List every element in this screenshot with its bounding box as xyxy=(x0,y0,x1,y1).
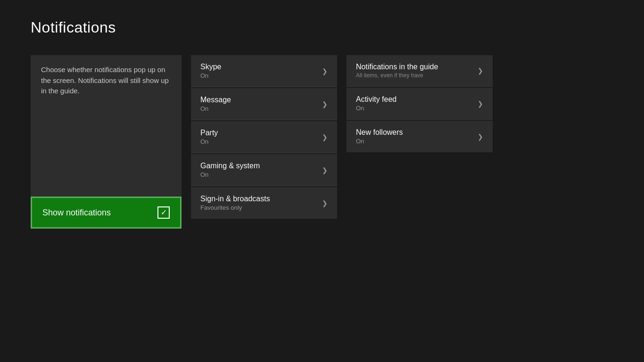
description-text: Choose whether notifications pop up on t… xyxy=(41,65,171,97)
chevron-icon-middle-4: ❯ xyxy=(322,199,328,207)
chevron-icon-right-2: ❯ xyxy=(478,133,483,140)
right-item-content-0: Notifications in the guide All items, ev… xyxy=(356,63,438,79)
middle-item-title-1: Message xyxy=(200,96,231,104)
chevron-icon-middle-2: ❯ xyxy=(322,133,328,141)
right-item-0[interactable]: Notifications in the guide All items, ev… xyxy=(347,55,493,87)
middle-item-title-2: Party xyxy=(200,129,218,137)
middle-item-title-0: Skype xyxy=(200,63,221,71)
chevron-icon-right-0: ❯ xyxy=(478,67,483,74)
chevron-icon-right-1: ❯ xyxy=(478,100,483,107)
right-item-title-0: Notifications in the guide xyxy=(356,63,438,71)
middle-item-title-3: Gaming & system xyxy=(200,162,260,170)
middle-item-title-4: Sign-in & broadcasts xyxy=(200,195,270,203)
right-item-title-1: Activity feed xyxy=(356,95,396,104)
middle-item-value-2: On xyxy=(200,138,218,145)
middle-item-content-1: Message On xyxy=(200,96,231,112)
middle-item-1[interactable]: Message On ❯ xyxy=(191,88,337,120)
middle-item-value-3: On xyxy=(200,171,260,178)
right-item-2[interactable]: New followers On ❯ xyxy=(347,121,493,152)
middle-item-content-3: Gaming & system On xyxy=(200,162,260,178)
content-area: Choose whether notifications pop up on t… xyxy=(31,55,613,229)
right-item-content-1: Activity feed On xyxy=(356,95,396,112)
checkbox-icon: ✓ xyxy=(157,206,170,219)
middle-item-value-4: Favourites only xyxy=(200,204,270,211)
page-container: Notifications Choose whether notificatio… xyxy=(0,0,644,362)
right-item-content-2: New followers On xyxy=(356,128,403,145)
right-item-value-2: On xyxy=(356,138,403,145)
middle-item-content-0: Skype On xyxy=(200,63,221,79)
middle-item-value-1: On xyxy=(200,105,231,112)
chevron-icon-middle-0: ❯ xyxy=(322,67,328,75)
checkmark-icon: ✓ xyxy=(161,209,167,216)
show-notifications-button[interactable]: Show notifications ✓ xyxy=(31,197,182,229)
show-notifications-label: Show notifications xyxy=(42,208,111,218)
chevron-icon-middle-1: ❯ xyxy=(322,100,328,108)
middle-item-0[interactable]: Skype On ❯ xyxy=(191,55,337,87)
right-item-value-1: On xyxy=(356,105,396,112)
middle-item-content-4: Sign-in & broadcasts Favourites only xyxy=(200,195,270,211)
right-item-title-2: New followers xyxy=(356,128,403,137)
chevron-icon-middle-3: ❯ xyxy=(322,166,328,174)
middle-item-value-0: On xyxy=(200,72,221,79)
right-panel: Notifications in the guide All items, ev… xyxy=(347,55,493,152)
left-panel: Choose whether notifications pop up on t… xyxy=(31,55,182,229)
description-box: Choose whether notifications pop up on t… xyxy=(31,55,182,197)
middle-item-2[interactable]: Party On ❯ xyxy=(191,121,337,153)
page-title: Notifications xyxy=(31,19,613,36)
middle-item-4[interactable]: Sign-in & broadcasts Favourites only ❯ xyxy=(191,187,337,219)
middle-item-content-2: Party On xyxy=(200,129,218,145)
right-item-1[interactable]: Activity feed On ❯ xyxy=(347,88,493,120)
middle-item-3[interactable]: Gaming & system On ❯ xyxy=(191,154,337,186)
right-item-value-0: All items, even if they have xyxy=(356,72,438,79)
middle-panel: Skype On ❯ Message On ❯ Party On ❯ Gamin… xyxy=(191,55,337,219)
